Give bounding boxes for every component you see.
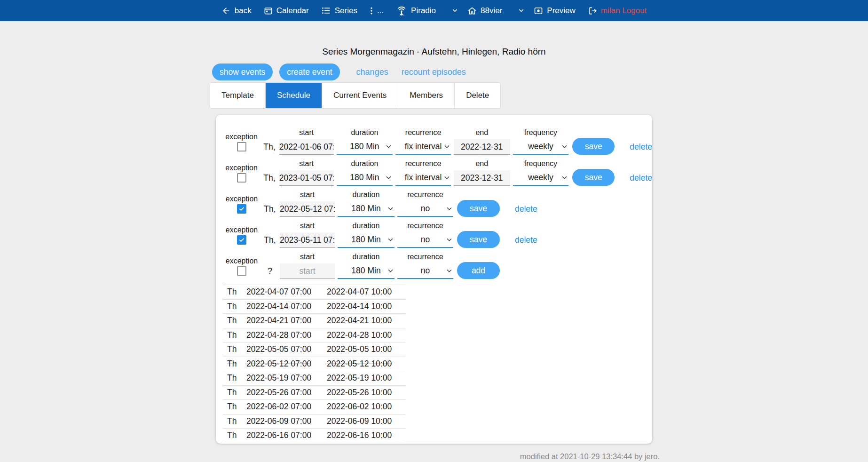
exception-checkbox[interactable] xyxy=(237,266,246,276)
logout-icon xyxy=(588,6,597,16)
exception-checkbox[interactable] xyxy=(237,173,246,183)
nav-station[interactable]: Piradio xyxy=(396,5,436,16)
chevron-down-icon xyxy=(388,238,393,242)
event-start: 2022-04-14 07:00 xyxy=(246,302,327,311)
end-input[interactable] xyxy=(454,170,510,186)
nav-channel[interactable]: 88vier xyxy=(467,6,502,16)
exception-checkbox[interactable] xyxy=(237,235,246,245)
tab-current-events[interactable]: Current Events xyxy=(322,83,398,108)
show-events-button[interactable]: show events xyxy=(212,64,273,80)
recurrence-select[interactable]: no xyxy=(397,263,453,279)
chevron-down-icon xyxy=(388,207,393,211)
day-label: ? xyxy=(268,263,272,279)
duration-select[interactable]: 180 Min xyxy=(338,263,395,279)
event-start: 2022-06-02 07:00 xyxy=(246,402,327,412)
nav-calendar-label: Calendar xyxy=(276,6,309,16)
recount-episodes-link[interactable]: recount episodes xyxy=(402,67,466,77)
event-day: Th xyxy=(223,302,246,311)
start-input[interactable] xyxy=(280,232,335,248)
start-label: start xyxy=(300,191,315,200)
end-input[interactable] xyxy=(454,139,510,155)
table-row: Th2022-05-26 07:002022-05-26 10:00 xyxy=(223,386,406,400)
duration-label: duration xyxy=(353,222,380,231)
nav-preview[interactable]: Preview xyxy=(534,6,575,16)
start-input[interactable] xyxy=(279,170,334,186)
save-button[interactable]: save xyxy=(572,169,615,186)
end-label: end xyxy=(475,128,488,138)
table-row: Th2022-05-12 07:002022-05-12 10:00 xyxy=(223,357,406,372)
day-label: Th, xyxy=(264,232,276,248)
save-button[interactable]: save xyxy=(457,200,500,217)
table-row: Th2022-04-21 07:002022-04-21 10:00 xyxy=(223,314,406,328)
event-end: 2022-06-16 10:00 xyxy=(327,430,406,440)
nav-back[interactable]: back xyxy=(221,6,252,16)
events-table: Th2022-04-07 07:002022-04-07 10:00Th2022… xyxy=(223,285,406,443)
delete-link[interactable]: delete xyxy=(630,170,652,186)
preview-icon xyxy=(534,6,543,16)
modified-note: modified at 2021-10-29 13:34:44 by jero. xyxy=(520,452,660,461)
create-event-button[interactable]: create event xyxy=(279,64,339,80)
frequency-select[interactable]: weekly xyxy=(513,170,569,186)
duration-label: duration xyxy=(351,128,378,138)
start-input[interactable] xyxy=(280,263,335,279)
frequency-label: frequency xyxy=(524,159,557,169)
recurrence-label: recurrence xyxy=(407,253,443,262)
save-button[interactable]: save xyxy=(572,138,615,155)
duration-select[interactable]: 180 Min xyxy=(338,232,395,248)
recurrence-label: recurrence xyxy=(405,159,441,169)
tab-template[interactable]: Template xyxy=(210,83,266,108)
recurrence-select[interactable]: fix interval xyxy=(395,170,451,186)
exception-checkbox[interactable] xyxy=(237,204,246,214)
recurrence-select[interactable]: no xyxy=(397,232,453,248)
chevron-down-icon xyxy=(388,269,393,273)
schedule-row: exception Th, start duration 180 Min rec… xyxy=(223,128,652,155)
delete-link[interactable]: delete xyxy=(515,232,537,248)
add-button[interactable]: add xyxy=(457,262,500,279)
chevron-down-icon xyxy=(447,238,452,242)
frequency-select[interactable]: weekly xyxy=(513,139,569,155)
event-start: 2022-04-07 07:00 xyxy=(246,287,327,297)
schedule-row: exception Th, start duration 180 Min rec… xyxy=(223,159,652,186)
exception-checkbox[interactable] xyxy=(237,142,246,151)
event-end: 2022-05-12 10:00 xyxy=(327,359,406,369)
event-end: 2022-05-19 10:00 xyxy=(327,373,406,383)
recurrence-select[interactable]: fix interval xyxy=(395,139,451,155)
exception-label: exception xyxy=(225,164,258,173)
tab-delete[interactable]: Delete xyxy=(455,83,500,108)
duration-select[interactable]: 180 Min xyxy=(338,201,395,217)
start-input[interactable] xyxy=(279,139,334,155)
event-end: 2022-06-02 10:00 xyxy=(327,402,406,412)
antenna-icon xyxy=(396,5,407,16)
nav-channel-label: 88vier xyxy=(481,6,502,16)
chevron-down-icon[interactable] xyxy=(451,7,458,14)
duration-select[interactable]: 180 Min xyxy=(337,139,393,155)
tab-schedule[interactable]: Schedule xyxy=(266,83,322,108)
nav-more[interactable]: ... xyxy=(370,6,384,16)
changes-link[interactable]: changes xyxy=(356,67,388,77)
delete-link[interactable]: delete xyxy=(515,201,537,217)
start-label: start xyxy=(299,128,314,138)
event-end: 2022-05-05 10:00 xyxy=(327,344,406,354)
table-row: Th2022-06-16 07:002022-06-16 10:00 xyxy=(223,429,406,443)
exception-label: exception xyxy=(226,195,258,204)
home-icon xyxy=(467,6,477,16)
exception-label: exception xyxy=(226,226,258,235)
start-input[interactable] xyxy=(280,201,335,217)
nav-calendar[interactable]: Calendar xyxy=(264,6,309,16)
event-start: 2022-06-09 07:00 xyxy=(246,416,327,426)
recurrence-label: recurrence xyxy=(405,128,441,138)
start-label: start xyxy=(300,222,315,231)
nav-series[interactable]: Series xyxy=(321,6,357,16)
nav-station-label: Piradio xyxy=(411,6,436,16)
recurrence-select[interactable]: no xyxy=(397,201,453,217)
duration-select[interactable]: 180 Min xyxy=(337,170,393,186)
save-button[interactable]: save xyxy=(457,231,500,248)
nav-more-label: ... xyxy=(377,6,384,16)
tab-members[interactable]: Members xyxy=(398,83,455,108)
table-row: Th2022-05-05 07:002022-05-05 10:00 xyxy=(223,343,406,357)
delete-link[interactable]: delete xyxy=(630,139,652,155)
nav-logout[interactable]: milan Logout xyxy=(588,6,647,16)
chevron-down-icon[interactable] xyxy=(518,7,525,14)
event-end: 2022-04-28 10:00 xyxy=(327,330,406,340)
table-row: Th2022-04-07 07:002022-04-07 10:00 xyxy=(223,285,406,300)
